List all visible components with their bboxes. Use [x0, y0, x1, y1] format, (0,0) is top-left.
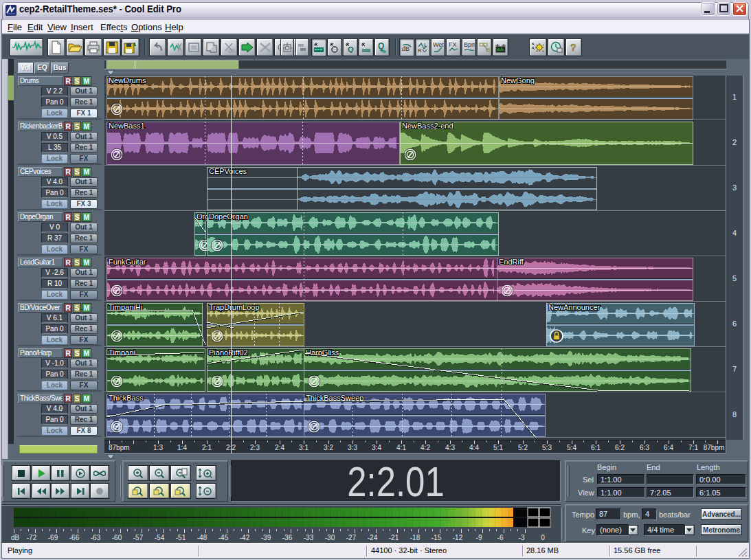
svg-text:-30: -30	[325, 534, 335, 541]
svg-text:-60: -60	[112, 534, 122, 541]
svg-text:-33: -33	[304, 534, 314, 541]
svg-text:dB: dB	[11, 534, 20, 541]
svg-text:87bpm: 87bpm	[704, 444, 725, 451]
svg-text:3:3: 3:3	[348, 444, 357, 451]
svg-text:NewGong: NewGong	[501, 76, 535, 85]
svg-text:6:4: 6:4	[664, 444, 673, 451]
svg-text:2:1: 2:1	[202, 444, 212, 451]
svg-text:-48: -48	[197, 534, 208, 541]
svg-text:Wet: Wet	[433, 41, 444, 48]
svg-text:7:1: 7:1	[688, 444, 698, 451]
svg-text:PianoRiff02: PianoRiff02	[209, 348, 248, 357]
svg-text:R: R	[418, 47, 422, 54]
svg-text:-63: -63	[91, 534, 101, 541]
svg-text:5:3: 5:3	[542, 444, 552, 451]
svg-text:1:4: 1:4	[177, 444, 187, 451]
svg-text:1:3: 1:3	[153, 444, 163, 451]
svg-text:-27: -27	[346, 534, 357, 541]
svg-text:dB: dB	[402, 45, 410, 52]
svg-text:-24: -24	[368, 534, 378, 541]
svg-text:-6: -6	[497, 534, 504, 541]
svg-text:-36: -36	[282, 534, 293, 541]
svg-text:4:3: 4:3	[445, 444, 455, 451]
svg-text:NewBass1: NewBass1	[109, 122, 145, 130]
svg-text:-42: -42	[240, 534, 250, 541]
svg-text:0: 0	[541, 534, 545, 541]
svg-text:3:2: 3:2	[324, 444, 333, 451]
svg-text:6:2: 6:2	[615, 444, 625, 451]
svg-text:?: ?	[570, 42, 576, 53]
svg-text:-9: -9	[476, 534, 482, 541]
svg-text:-66: -66	[69, 534, 80, 541]
svg-text:ThickBass: ThickBass	[109, 394, 144, 402]
svg-text:5:2: 5:2	[518, 444, 528, 451]
svg-text:-12: -12	[453, 534, 463, 541]
svg-text:87bpm: 87bpm	[109, 444, 130, 451]
svg-text:3:1: 3:1	[299, 444, 309, 451]
svg-text:L: L	[424, 42, 427, 48]
svg-text:NewBass2-end: NewBass2-end	[402, 122, 453, 130]
svg-text:EndRiff: EndRiff	[499, 258, 524, 266]
svg-text:4:4: 4:4	[469, 444, 479, 451]
svg-text:-21: -21	[389, 534, 399, 541]
svg-text:FunkGuitar: FunkGuitar	[109, 258, 146, 266]
svg-text:6:3: 6:3	[640, 444, 649, 451]
svg-text:4:1: 4:1	[396, 444, 406, 451]
svg-text:5:4: 5:4	[567, 444, 576, 451]
svg-text:Bpm: Bpm	[464, 41, 475, 48]
svg-text:-72: -72	[27, 534, 37, 541]
svg-text:4:2: 4:2	[421, 444, 430, 451]
svg-text:3:4: 3:4	[372, 444, 381, 451]
svg-text:NewAnnouncer: NewAnnouncer	[548, 303, 601, 311]
svg-text:-54: -54	[155, 534, 165, 541]
svg-text:-15: -15	[431, 534, 442, 541]
svg-text:-57: -57	[133, 534, 144, 541]
svg-text:6:1: 6:1	[591, 444, 601, 451]
svg-text:-39: -39	[261, 534, 271, 541]
svg-text:CEPVoices: CEPVoices	[209, 167, 247, 175]
svg-text:2:3: 2:3	[250, 444, 260, 451]
svg-text:5:1: 5:1	[493, 444, 503, 451]
svg-text:-18: -18	[410, 534, 421, 541]
svg-text:Q: Q	[378, 41, 384, 51]
svg-text:-51: -51	[176, 534, 186, 541]
svg-text:NewDrums: NewDrums	[109, 76, 146, 85]
svg-text:-45: -45	[218, 534, 229, 541]
svg-text:FX: FX	[449, 41, 457, 48]
svg-text:-3: -3	[519, 534, 525, 541]
svg-text:2:4: 2:4	[275, 444, 284, 451]
svg-text:-69: -69	[48, 534, 58, 541]
svg-text:Q: Q	[348, 45, 354, 53]
svg-text:TrapDrumLoop: TrapDrumLoop	[209, 303, 260, 311]
svg-text:DopeOrgan: DopeOrgan	[209, 212, 248, 221]
